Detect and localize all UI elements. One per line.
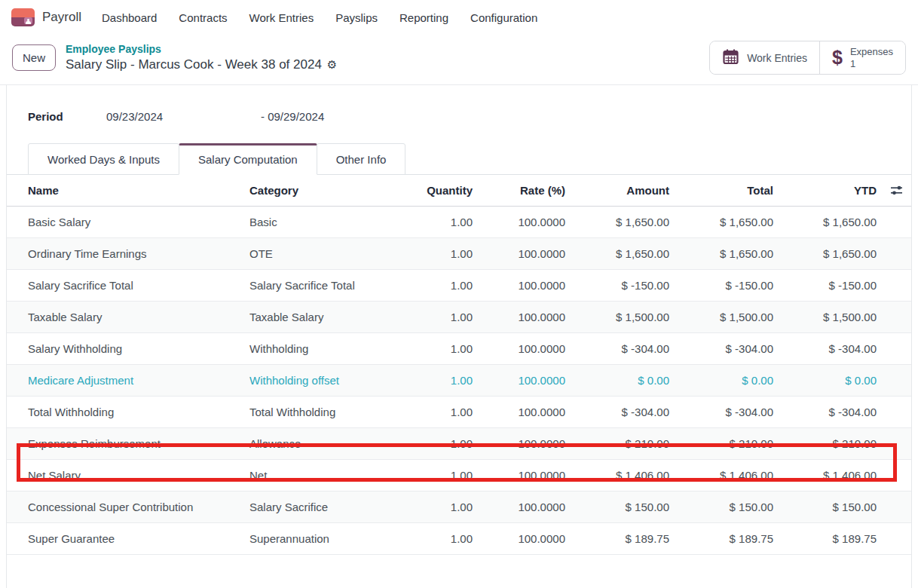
expenses-button[interactable]: $ Expenses 1	[819, 41, 905, 74]
cell-amount[interactable]: $ 189.75	[573, 523, 677, 555]
table-row[interactable]: Ordinary Time EarningsOTE1.00100.0000$ 1…	[7, 238, 911, 270]
cell-amount[interactable]: $ -150.00	[573, 270, 677, 302]
cell-ytd[interactable]: $ -150.00	[781, 270, 884, 302]
column-header-ytd[interactable]: YTD	[781, 175, 884, 207]
cell-category[interactable]: Withholding	[242, 333, 390, 365]
cell-amount[interactable]: $ 1,406.00	[573, 460, 677, 492]
cell-rate[interactable]: 100.0000	[480, 365, 573, 397]
cell-ytd[interactable]: $ -304.00	[781, 333, 884, 365]
cell-quantity[interactable]: 1.00	[390, 397, 480, 428]
cell-category[interactable]: Total Withholding	[242, 397, 390, 428]
cell-ytd[interactable]: $ 1,650.00	[781, 238, 884, 270]
nav-item-payslips[interactable]: Payslips	[334, 8, 379, 27]
column-header-amount[interactable]: Amount	[573, 175, 677, 207]
tab-worked-days-inputs[interactable]: Worked Days & Inputs	[28, 143, 179, 175]
table-row[interactable]: Salary WithholdingWithholding1.00100.000…	[7, 333, 911, 365]
cell-quantity[interactable]: 1.00	[390, 365, 480, 397]
cell-amount[interactable]: $ -304.00	[573, 397, 677, 428]
cell-total[interactable]: $ 1,650.00	[677, 207, 781, 238]
cell-category[interactable]: OTE	[242, 238, 390, 270]
cell-total[interactable]: $ -150.00	[677, 270, 781, 302]
cell-total[interactable]: $ 1,500.00	[677, 302, 781, 333]
period-start-date[interactable]: 09/23/2024	[106, 110, 261, 123]
cell-quantity[interactable]: 1.00	[390, 428, 480, 460]
table-row[interactable]: Concessional Super ContributionSalary Sa…	[7, 492, 911, 523]
cell-ytd[interactable]: $ 1,406.00	[781, 460, 884, 492]
nav-item-contracts[interactable]: Contracts	[177, 8, 228, 27]
cell-amount[interactable]: $ 210.00	[573, 428, 677, 460]
cell-name[interactable]: Medicare Adjustment	[7, 365, 242, 397]
cell-name[interactable]: Ordinary Time Earnings	[7, 238, 242, 270]
cell-amount[interactable]: $ 150.00	[573, 492, 677, 523]
cell-rate[interactable]: 100.0000	[480, 270, 573, 302]
columns-adjust-icon[interactable]	[884, 175, 911, 207]
cell-amount[interactable]: $ 1,650.00	[573, 207, 677, 238]
table-row[interactable]: Taxable SalaryTaxable Salary1.00100.0000…	[7, 302, 911, 333]
cell-quantity[interactable]: 1.00	[390, 492, 480, 523]
cell-ytd[interactable]: $ 1,650.00	[781, 207, 884, 238]
column-header-rate-[interactable]: Rate (%)	[480, 175, 573, 207]
table-row[interactable]: Medicare AdjustmentWithholding offset1.0…	[7, 365, 911, 397]
cell-rate[interactable]: 100.0000	[480, 238, 573, 270]
cell-ytd[interactable]: $ 1,500.00	[781, 302, 884, 333]
table-row[interactable]: Net SalaryNet1.00100.0000$ 1,406.00$ 1,4…	[7, 460, 911, 492]
cell-category[interactable]: Basic	[242, 207, 390, 238]
cell-amount[interactable]: $ 1,650.00	[573, 238, 677, 270]
cell-name[interactable]: Concessional Super Contribution	[7, 492, 242, 523]
cell-name[interactable]: Super Guarantee	[7, 523, 242, 555]
cell-name[interactable]: Taxable Salary	[7, 302, 242, 333]
new-button[interactable]: New	[12, 44, 56, 71]
breadcrumb-parent-link[interactable]: Employee Payslips	[66, 42, 337, 56]
cell-quantity[interactable]: 1.00	[390, 333, 480, 365]
nav-item-reporting[interactable]: Reporting	[398, 8, 450, 27]
cell-ytd[interactable]: $ 0.00	[781, 365, 884, 397]
column-header-category[interactable]: Category	[242, 175, 390, 207]
cell-name[interactable]: Total Withholding	[7, 397, 242, 428]
cell-quantity[interactable]: 1.00	[390, 460, 480, 492]
tab-salary-computation[interactable]: Salary Computation	[179, 143, 317, 175]
column-header-name[interactable]: Name	[7, 175, 242, 207]
cell-category[interactable]: Salary Sacrifice	[242, 492, 390, 523]
tab-other-info[interactable]: Other Info	[317, 143, 406, 175]
cell-rate[interactable]: 100.0000	[480, 523, 573, 555]
cell-rate[interactable]: 100.0000	[480, 333, 573, 365]
cell-name[interactable]: Expenses Reimbursement	[7, 428, 242, 460]
cell-category[interactable]: Withholding offset	[242, 365, 390, 397]
cell-rate[interactable]: 100.0000	[480, 428, 573, 460]
period-end-date[interactable]: - 09/29/2024	[261, 110, 324, 123]
cell-amount[interactable]: $ 1,500.00	[573, 302, 677, 333]
cell-ytd[interactable]: $ -304.00	[781, 397, 884, 428]
cell-total[interactable]: $ 1,406.00	[677, 460, 781, 492]
cell-rate[interactable]: 100.0000	[480, 397, 573, 428]
cell-name[interactable]: Basic Salary	[7, 207, 242, 238]
cell-rate[interactable]: 100.0000	[480, 302, 573, 333]
cell-category[interactable]: Salary Sacrifice Total	[242, 270, 390, 302]
table-row[interactable]: Salary Sacrifice TotalSalary Sacrifice T…	[7, 270, 911, 302]
nav-item-configuration[interactable]: Configuration	[469, 8, 539, 27]
cell-amount[interactable]: $ 0.00	[573, 365, 677, 397]
table-row[interactable]: Super GuaranteeSuperannuation1.00100.000…	[7, 523, 911, 555]
cell-total[interactable]: $ 189.75	[677, 523, 781, 555]
cell-name[interactable]: Net Salary	[7, 460, 242, 492]
cell-ytd[interactable]: $ 189.75	[781, 523, 884, 555]
table-row[interactable]: Basic SalaryBasic1.00100.0000$ 1,650.00$…	[7, 207, 911, 238]
nav-item-work-entries[interactable]: Work Entries	[248, 8, 316, 27]
cell-total[interactable]: $ 210.00	[677, 428, 781, 460]
cell-total[interactable]: $ 150.00	[677, 492, 781, 523]
cell-name[interactable]: Salary Sacrifice Total	[7, 270, 242, 302]
cell-category[interactable]: Taxable Salary	[242, 302, 390, 333]
cell-ytd[interactable]: $ 150.00	[781, 492, 884, 523]
cell-quantity[interactable]: 1.00	[390, 270, 480, 302]
gear-icon[interactable]: ⚙	[327, 59, 337, 70]
cell-ytd[interactable]: $ 210.00	[781, 428, 884, 460]
cell-name[interactable]: Salary Withholding	[7, 333, 242, 365]
cell-category[interactable]: Allowance	[242, 428, 390, 460]
cell-total[interactable]: $ 0.00	[677, 365, 781, 397]
cell-total[interactable]: $ -304.00	[677, 397, 781, 428]
table-row[interactable]: Total WithholdingTotal Withholding1.0010…	[7, 397, 911, 428]
cell-total[interactable]: $ 1,650.00	[677, 238, 781, 270]
cell-quantity[interactable]: 1.00	[390, 523, 480, 555]
table-row[interactable]: Expenses ReimbursementAllowance1.00100.0…	[7, 428, 911, 460]
app-switcher[interactable]: Payroll	[11, 8, 81, 26]
cell-quantity[interactable]: 1.00	[390, 238, 480, 270]
